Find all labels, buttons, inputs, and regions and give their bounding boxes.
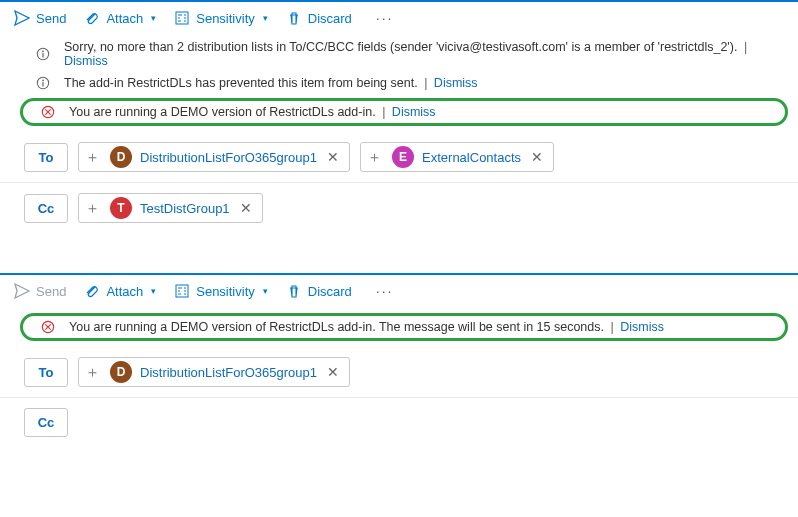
error-message: You are running a DEMO version of Restri… — [23, 101, 779, 123]
send-icon — [14, 10, 30, 26]
highlighted-annotation: You are running a DEMO version of Restri… — [20, 313, 788, 341]
svg-rect-3 — [42, 53, 43, 57]
chevron-down-icon: ▾ — [151, 286, 156, 296]
chevron-down-icon: ▾ — [263, 286, 268, 296]
discard-label: Discard — [308, 284, 352, 299]
more-actions-button[interactable]: ··· — [370, 10, 400, 26]
remove-recipient-button[interactable]: ✕ — [238, 201, 254, 215]
avatar: T — [110, 197, 132, 219]
send-label: Send — [36, 284, 66, 299]
recipient-name: TestDistGroup1 — [140, 201, 230, 216]
separator: | — [421, 76, 430, 90]
send-button[interactable]: Send — [14, 10, 66, 26]
sensitivity-button[interactable]: Sensitivity ▾ — [174, 283, 268, 299]
recipient-chip-externalcontacts[interactable]: ＋ E ExternalContacts ✕ — [360, 142, 554, 172]
avatar: E — [392, 146, 414, 168]
avatar: D — [110, 361, 132, 383]
avatar: D — [110, 146, 132, 168]
chevron-down-icon: ▾ — [263, 13, 268, 23]
info-text: The add-in RestrictDLs has prevented thi… — [64, 76, 418, 90]
info-icon — [36, 76, 50, 90]
separator: | — [379, 105, 388, 119]
attach-label: Attach — [106, 11, 143, 26]
more-actions-button[interactable]: ··· — [370, 283, 400, 299]
recipient-chip-distributionlist[interactable]: ＋ D DistributionListForO365group1 ✕ — [78, 357, 350, 387]
expand-icon[interactable]: ＋ — [83, 363, 102, 382]
to-button[interactable]: To — [24, 358, 68, 387]
recipient-name: DistributionListForO365group1 — [140, 150, 317, 165]
error-message: You are running a DEMO version of Restri… — [23, 316, 779, 338]
compose-panel-1: Send Attach ▾ Sensitivity ▾ Discard ··· … — [0, 0, 798, 249]
compose-panel-2: Send Attach ▾ Sensitivity ▾ Discard ··· — [0, 273, 798, 463]
sensitivity-button[interactable]: Sensitivity ▾ — [174, 10, 268, 26]
error-text: You are running a DEMO version of Restri… — [69, 105, 376, 119]
svg-point-5 — [42, 80, 44, 82]
cc-field-row: Cc ＋ T TestDistGroup1 ✕ — [0, 183, 798, 249]
dismiss-link[interactable]: Dismiss — [434, 76, 478, 90]
recipient-name: DistributionListForO365group1 — [140, 365, 317, 380]
sensitivity-icon — [174, 10, 190, 26]
error-text: You are running a DEMO version of Restri… — [69, 320, 604, 334]
to-field-row: To ＋ D DistributionListForO365group1 ✕ — [0, 347, 798, 398]
info-message: Sorry, no more than 2 distribution lists… — [0, 36, 798, 72]
trash-icon — [286, 283, 302, 299]
info-icon — [36, 47, 50, 61]
separator: | — [741, 40, 750, 54]
svg-rect-8 — [176, 285, 188, 297]
remove-recipient-button[interactable]: ✕ — [529, 150, 545, 164]
recipient-chip-distributionlist[interactable]: ＋ D DistributionListForO365group1 ✕ — [78, 142, 350, 172]
send-label: Send — [36, 11, 66, 26]
dismiss-link[interactable]: Dismiss — [392, 105, 436, 119]
info-text: Sorry, no more than 2 distribution lists… — [64, 40, 737, 54]
expand-icon[interactable]: ＋ — [365, 148, 384, 167]
remove-recipient-button[interactable]: ✕ — [325, 365, 341, 379]
expand-icon[interactable]: ＋ — [83, 148, 102, 167]
svg-rect-0 — [176, 12, 188, 24]
trash-icon — [286, 10, 302, 26]
cc-button[interactable]: Cc — [24, 194, 68, 223]
toolbar: Send Attach ▾ Sensitivity ▾ Discard ··· — [0, 2, 798, 36]
sensitivity-icon — [174, 283, 190, 299]
attach-button[interactable]: Attach ▾ — [84, 10, 156, 26]
chevron-down-icon: ▾ — [151, 13, 156, 23]
attach-label: Attach — [106, 284, 143, 299]
recipient-chip-testdistgroup[interactable]: ＋ T TestDistGroup1 ✕ — [78, 193, 263, 223]
remove-recipient-button[interactable]: ✕ — [325, 150, 341, 164]
error-icon — [41, 105, 55, 119]
highlighted-annotation: You are running a DEMO version of Restri… — [20, 98, 788, 126]
toolbar: Send Attach ▾ Sensitivity ▾ Discard ··· — [0, 275, 798, 309]
svg-point-2 — [42, 51, 44, 53]
cc-field-row: Cc — [0, 398, 798, 463]
cc-button[interactable]: Cc — [24, 408, 68, 437]
sensitivity-label: Sensitivity — [196, 11, 255, 26]
sensitivity-label: Sensitivity — [196, 284, 255, 299]
discard-button[interactable]: Discard — [286, 10, 352, 26]
dismiss-link[interactable]: Dismiss — [620, 320, 664, 334]
info-message: The add-in RestrictDLs has prevented thi… — [0, 72, 798, 94]
send-icon — [14, 283, 30, 299]
expand-icon[interactable]: ＋ — [83, 199, 102, 218]
paperclip-icon — [84, 10, 100, 26]
to-field-row: To ＋ D DistributionListForO365group1 ✕ ＋… — [0, 132, 798, 183]
error-icon — [41, 320, 55, 334]
discard-button[interactable]: Discard — [286, 283, 352, 299]
dismiss-link[interactable]: Dismiss — [64, 54, 108, 68]
recipient-name: ExternalContacts — [422, 150, 521, 165]
send-button-disabled: Send — [14, 283, 66, 299]
svg-rect-6 — [42, 82, 43, 86]
paperclip-icon — [84, 283, 100, 299]
separator: | — [607, 320, 616, 334]
attach-button[interactable]: Attach ▾ — [84, 283, 156, 299]
to-button[interactable]: To — [24, 143, 68, 172]
discard-label: Discard — [308, 11, 352, 26]
